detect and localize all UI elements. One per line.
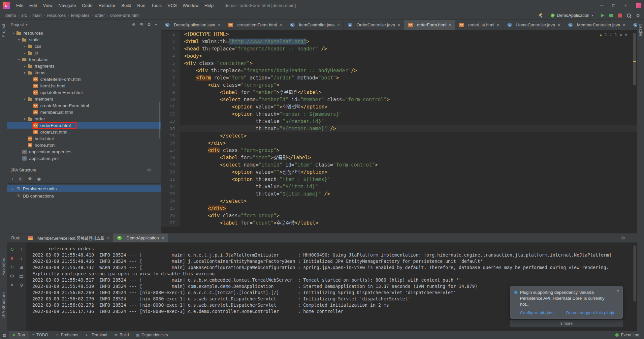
tree-item-members[interactable]: ▾members — [7, 96, 161, 102]
collapse-notification-icon[interactable]: ∨ — [617, 289, 619, 293]
gear-icon[interactable]: ⚙ — [147, 22, 151, 27]
breadcrumb-templates[interactable]: templates — [70, 13, 91, 18]
tree-item-hello-html[interactable]: hello.html — [7, 135, 161, 142]
code-line-19[interactable]: 19 <select name="itemId" id="item" class… — [161, 161, 637, 169]
stop-button[interactable] — [618, 14, 622, 17]
notification-more[interactable]: 1 more — [510, 320, 623, 327]
code-line-27[interactable]: 27 <label for="count">주문수량</label> — [161, 219, 637, 227]
hide-panel-icon[interactable]: − — [155, 168, 157, 172]
breadcrumb-src[interactable]: src — [20, 13, 28, 18]
collapsed-icon[interactable]: ▸ — [22, 64, 27, 68]
tree-item-items[interactable]: ▾items — [7, 69, 161, 76]
editor-tab-itemcontroller-java[interactable]: ItemController.java× — [286, 20, 344, 30]
code-line-11[interactable]: 11 <option value="">회원선택</option> — [161, 103, 637, 110]
expanded-icon[interactable]: ▾ — [22, 117, 27, 121]
code-line-25[interactable]: 25 </div> — [161, 205, 637, 212]
tree-item-order[interactable]: ▾order — [7, 115, 161, 122]
close-icon[interactable]: × — [107, 235, 110, 240]
minimize-button[interactable]: ─ — [597, 2, 607, 10]
code-line-18[interactable]: 18 <label for="item">상품명</label> — [161, 154, 637, 161]
menu-refactor[interactable]: Refactor — [96, 2, 118, 9]
menu-build[interactable]: Build — [118, 2, 134, 9]
web-icon[interactable]: ◉ — [37, 176, 41, 181]
close-icon[interactable]: × — [558, 22, 560, 27]
tree-item-application-properties[interactable]: application.properties — [7, 148, 161, 155]
editor-tab-ordercontroller-java[interactable]: OrderController.java× — [344, 20, 404, 30]
menu-file[interactable]: File — [13, 2, 26, 9]
wrench-icon[interactable]: ⚒ — [28, 176, 32, 181]
settings-icon[interactable]: ⚙ — [10, 273, 14, 279]
run-tab-memberservicetest[interactable]: MemberServiceTest.중복회원테스트× — [24, 233, 113, 242]
tree-item-templates[interactable]: ▾templates — [7, 56, 161, 63]
code-line-1[interactable]: 1<!DOCTYPE HTML> — [161, 31, 637, 38]
editor-tab-orderlist-html[interactable]: orderList.html× — [455, 20, 503, 30]
tool-stripe-button-gradle[interactable]: Gradle — [638, 20, 643, 41]
code-line-14[interactable]: 14 th:text="${member.name}" /> — [161, 125, 637, 132]
close-icon[interactable]: × — [449, 22, 452, 27]
close-icon[interactable]: × — [497, 22, 499, 27]
breadcrumb-resources[interactable]: resources — [46, 13, 67, 18]
close-button[interactable]: × — [621, 2, 630, 10]
tool-stripe-button-project[interactable]: Project — [1, 20, 6, 41]
code-line-12[interactable]: 12 <option th:each="member : ${members}" — [161, 110, 637, 118]
statusbar-build[interactable]: ⚒Build — [111, 331, 133, 339]
statusbar-terminal[interactable]: >_Terminal — [82, 331, 111, 339]
code-editor[interactable]: 1<!DOCTYPE HTML>2<html xmlns:th="http://… — [161, 30, 637, 233]
menu-navigate[interactable]: Navigate — [55, 2, 79, 9]
code-line-17[interactable]: 17 <div class="form-group"> — [161, 147, 637, 154]
clear-icon[interactable]: × — [11, 282, 13, 288]
expanded-icon[interactable]: ▾ — [11, 31, 16, 35]
search-icon[interactable] — [627, 13, 631, 18]
code-line-21[interactable]: 21 <option th:each="item : ${items}" — [161, 176, 637, 183]
add-icon[interactable]: + — [11, 176, 14, 181]
code-line-2[interactable]: 2<html xmlns:th="http://www.thymeleaf.or… — [161, 38, 637, 45]
down-arrow-icon[interactable]: ↓ — [20, 256, 22, 261]
statusbar-problems[interactable]: ⚠Problems — [52, 331, 82, 339]
editor-scrollbar[interactable] — [632, 31, 637, 233]
tree-item-memberlist-html[interactable]: memberList.html — [7, 109, 161, 115]
expanded-icon[interactable]: ▾ — [22, 71, 27, 75]
tree-item-updateitemform-html[interactable]: updateItemForm.html — [7, 89, 161, 96]
close-icon[interactable]: × — [623, 22, 626, 27]
close-icon[interactable]: × — [398, 22, 400, 27]
editor-tab-itemservice-java[interactable]: ItemService.java× — [629, 20, 637, 30]
collapse-all-icon[interactable]: ⊟ — [140, 22, 143, 27]
run-tab-demoapplication[interactable]: DemoApplication× — [113, 233, 168, 242]
console-scrollbar[interactable] — [633, 245, 636, 301]
expanded-icon[interactable]: ▾ — [16, 58, 22, 61]
project-panel-title[interactable]: Project — [11, 22, 24, 27]
breadcrumb-orderform-html[interactable]: orderForm.html — [109, 13, 141, 18]
project-scrollbar[interactable] — [159, 102, 160, 139]
tool-stripe-button-jpa-structure[interactable]: JPA Structure — [1, 288, 6, 322]
notification-link-do-not-suggest-this-plugin[interactable]: Do not suggest this plugin — [566, 310, 616, 315]
grid-icon[interactable]: ⊞ — [19, 264, 23, 270]
tree-item-itemlist-html[interactable]: itemList.html — [7, 82, 161, 89]
collapsed-icon[interactable]: ▸ — [10, 187, 16, 191]
statusbar-todo[interactable]: ≡TODO — [29, 331, 52, 339]
settings-icon[interactable]: ⚙ — [636, 13, 640, 18]
stop-icon[interactable]: ■ — [11, 256, 13, 261]
tree-item-orderlist-html[interactable]: orderList.html — [7, 129, 161, 135]
code-line-5[interactable]: 5<div class="container"> — [161, 60, 637, 67]
tree-item-css[interactable]: ▸css — [7, 43, 161, 49]
menu-vcs[interactable]: VCS — [165, 2, 180, 9]
debug-button[interactable] — [609, 14, 613, 17]
tool-stripe-button-favorites[interactable]: Favorites — [1, 254, 6, 280]
editor-tab-homecontroller-java[interactable]: HomeController.java× — [503, 20, 564, 30]
gear-icon[interactable]: ⚙ — [621, 235, 625, 240]
code-line-8[interactable]: 8 <div class="form-group"> — [161, 81, 637, 89]
statusbar-run[interactable]: Run — [9, 331, 29, 339]
close-icon[interactable]: × — [337, 22, 340, 27]
code-line-16[interactable]: 16 </div> — [161, 139, 637, 147]
menu-code[interactable]: Code — [79, 2, 95, 9]
next-issue-icon[interactable]: ∨ — [625, 32, 628, 37]
breadcrumb-order[interactable]: order — [94, 13, 106, 18]
jpa-item-persistence-units[interactable]: ▸Persistence units — [7, 185, 161, 192]
build-hammer-icon[interactable] — [538, 13, 543, 18]
code-line-9[interactable]: 9 <label for="member">주문회원</label> — [161, 89, 637, 96]
tree-item-createitemform-html[interactable]: createItemForm.html — [7, 76, 161, 82]
jpa-item-db-connections[interactable]: DB connections — [7, 192, 161, 200]
expanded-icon[interactable]: ▾ — [22, 97, 27, 101]
expanded-icon[interactable]: ▾ — [16, 38, 22, 42]
tree-item-orderform-html[interactable]: orderForm.html — [7, 122, 161, 129]
